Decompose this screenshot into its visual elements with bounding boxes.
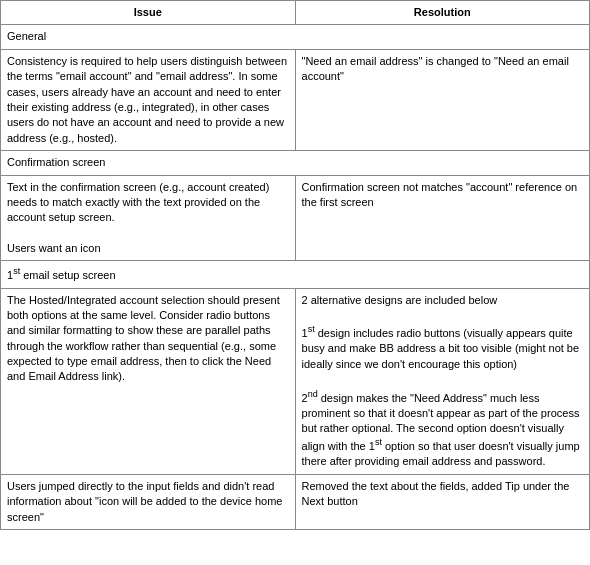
resolution-email-setup-2: Removed the text about the fields, added… <box>295 474 589 529</box>
resolution-general-1: "Need an email address" is changed to "N… <box>295 49 589 150</box>
header-issue: Issue <box>1 1 296 25</box>
issues-table: Issue Resolution General Consistency is … <box>0 0 590 530</box>
table-row: The Hosted/Integrated account selection … <box>1 288 590 474</box>
issue-confirmation-1: Text in the confirmation screen (e.g., a… <box>1 175 296 261</box>
header-resolution: Resolution <box>295 1 589 25</box>
issue-email-setup-2: Users jumped directly to the input field… <box>1 474 296 529</box>
table-row: Consistency is required to help users di… <box>1 49 590 150</box>
issue-general-1: Consistency is required to help users di… <box>1 49 296 150</box>
table-row: Users jumped directly to the input field… <box>1 474 590 529</box>
resolution-email-setup-1: 2 alternative designs are included below… <box>295 288 589 474</box>
section-confirmation: Confirmation screen <box>1 151 590 175</box>
resolution-confirmation-1: Confirmation screen not matches "account… <box>295 175 589 261</box>
section-general: General <box>1 25 590 49</box>
issue-email-setup-1: The Hosted/Integrated account selection … <box>1 288 296 474</box>
section-confirmation-label: Confirmation screen <box>1 151 590 175</box>
section-general-label: General <box>1 25 590 49</box>
section-email-setup: 1st email setup screen <box>1 261 590 288</box>
table-row: Text in the confirmation screen (e.g., a… <box>1 175 590 261</box>
section-email-setup-label: 1st email setup screen <box>1 261 590 288</box>
